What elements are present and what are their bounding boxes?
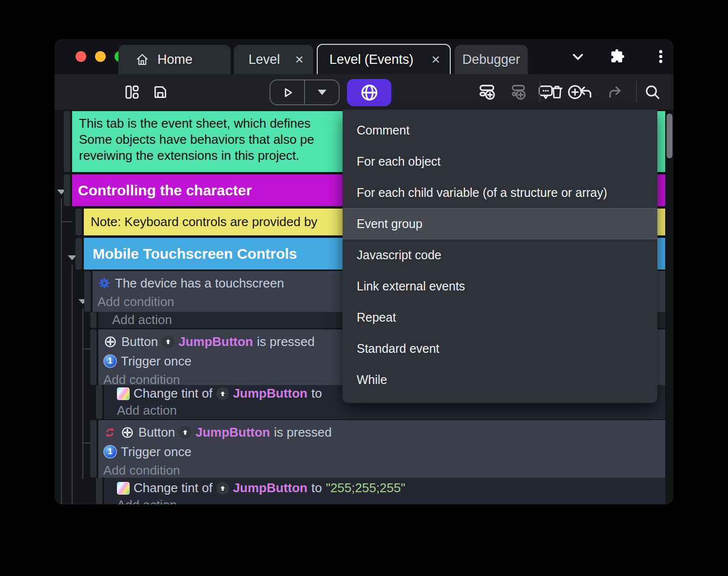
preview-globe-icon xyxy=(359,82,380,103)
save-icon xyxy=(152,84,169,100)
tree-guide-tick xyxy=(82,442,90,443)
vertical-scrollbar-thumb[interactable] xyxy=(667,114,672,158)
panels-icon xyxy=(124,84,140,100)
group-title: Controlling the character xyxy=(78,182,252,199)
menu-item-comment[interactable]: Comment xyxy=(343,115,657,146)
condition-text: is pressed xyxy=(274,425,332,440)
addons-button[interactable] xyxy=(603,39,631,74)
close-window-button[interactable] xyxy=(76,51,86,62)
panels-button[interactable] xyxy=(118,74,146,110)
instance-arrow-icon xyxy=(162,335,174,348)
trigger-once-icon: 1 xyxy=(103,354,117,368)
delete-button[interactable] xyxy=(543,74,571,110)
tab-debugger[interactable]: Debugger xyxy=(455,45,528,74)
add-subevent-icon xyxy=(509,83,527,101)
toolbar xyxy=(55,74,673,110)
preview-options-button[interactable] xyxy=(305,80,339,104)
menu-item-event-group[interactable]: Event group xyxy=(343,208,657,239)
event-margin-bar xyxy=(90,329,96,385)
preview-button-group xyxy=(269,79,340,105)
condition-row[interactable]: 1 Trigger once xyxy=(103,442,665,461)
add-event-button[interactable] xyxy=(474,74,501,110)
menu-item-link-external-events[interactable]: Link external events xyxy=(343,270,657,302)
delete-icon xyxy=(549,84,565,100)
event-block-jumpbutton-not-pressed[interactable]: Button JumpButton is pressed 1 Trigger o… xyxy=(98,420,665,478)
close-tab-icon[interactable]: × xyxy=(295,52,304,67)
tree-guide-line xyxy=(82,308,83,479)
tab-list-dropdown-button[interactable] xyxy=(564,39,592,74)
tint-value: "255;255;255" xyxy=(326,480,405,496)
group-title: Mobile Touchscreen Controls xyxy=(93,246,297,262)
divider xyxy=(539,81,540,102)
add-condition-link[interactable]: Add condition xyxy=(103,461,665,478)
preview-play-button[interactable] xyxy=(270,80,304,104)
action-row-change-tint[interactable]: Change tint of JumpButton to "255;255;25… xyxy=(117,480,665,497)
tab-label: Level xyxy=(249,52,280,67)
action-text: to xyxy=(311,480,322,496)
action-text: to xyxy=(311,386,322,401)
app-window: Home Level × Level (Events) × Debugger xyxy=(55,39,673,504)
trigger-once-icon: 1 xyxy=(103,445,117,459)
condition-text: Trigger once xyxy=(121,354,192,369)
add-event-context-menu: Comment For each object For each child v… xyxy=(343,110,657,403)
button-dpad-icon xyxy=(103,335,117,349)
instance-arrow-icon xyxy=(216,482,229,495)
action-text: Change tint of xyxy=(134,386,212,401)
play-dropdown-caret xyxy=(318,90,326,95)
redo-button[interactable] xyxy=(601,74,629,110)
instance-name: JumpButton xyxy=(233,480,307,496)
instance-name: JumpButton xyxy=(195,425,270,440)
tint-icon xyxy=(117,482,130,495)
instance-name: JumpButton xyxy=(233,386,307,401)
condition-row[interactable]: Button JumpButton is pressed xyxy=(103,422,665,442)
tab-label: Debugger xyxy=(462,52,520,67)
divider xyxy=(636,81,637,102)
object-name: Button xyxy=(138,425,175,440)
note-text: Note: Keyboard controls are provided by xyxy=(91,214,317,230)
instance-arrow-icon xyxy=(179,426,192,439)
save-button[interactable] xyxy=(147,74,174,110)
minimize-window-button[interactable] xyxy=(95,51,106,62)
tab-home[interactable]: Home xyxy=(118,45,230,74)
condition-text: is pressed xyxy=(257,334,315,349)
remote-preview-button[interactable] xyxy=(347,79,391,106)
condition-text: Trigger once xyxy=(121,444,192,460)
home-icon xyxy=(135,52,150,67)
tree-guide-line xyxy=(72,265,73,504)
kebab-menu-icon xyxy=(652,48,669,65)
puzzle-addons-icon xyxy=(608,48,626,65)
menu-item-repeat[interactable]: Repeat xyxy=(343,302,657,333)
add-action-link[interactable]: Add action xyxy=(117,497,665,504)
event-margin-bar xyxy=(90,420,96,478)
tab-level[interactable]: Level × xyxy=(234,45,313,74)
tab-label: Level (Events) xyxy=(329,52,414,67)
tree-guide-line xyxy=(61,198,62,504)
undo-button[interactable] xyxy=(572,74,599,110)
condition-text: The device has a touchscreen xyxy=(115,276,284,291)
object-name: Button xyxy=(121,334,158,349)
search-button[interactable] xyxy=(639,74,666,110)
add-subevent-button[interactable] xyxy=(504,74,532,110)
add-event-icon xyxy=(478,83,497,101)
event-margin-bar xyxy=(96,385,102,419)
menu-item-javascript-code[interactable]: Javascript code xyxy=(343,239,657,270)
add-action-link[interactable]: Add action xyxy=(117,402,665,419)
event-margin-bar xyxy=(76,238,82,269)
tab-label: Home xyxy=(157,52,192,67)
event-margin-bar xyxy=(96,478,102,504)
menu-item-standard-event[interactable]: Standard event xyxy=(343,333,657,364)
tab-level-events[interactable]: Level (Events) × xyxy=(317,44,451,74)
tree-guide-tick xyxy=(82,348,90,349)
button-dpad-icon xyxy=(120,425,134,440)
menu-item-for-each-object[interactable]: For each object xyxy=(343,146,657,177)
event-margin-bar xyxy=(84,271,91,312)
chevron-down-icon xyxy=(570,48,586,65)
main-menu-button[interactable] xyxy=(647,39,673,74)
tab-bar: Home Level × Level (Events) × Debugger xyxy=(55,39,673,74)
instance-name: JumpButton xyxy=(178,334,253,349)
event-margin-bar xyxy=(76,209,82,235)
menu-item-while[interactable]: While xyxy=(343,364,657,395)
menu-item-for-each-child-variable[interactable]: For each child variable (of a structure … xyxy=(343,177,657,208)
close-tab-icon[interactable]: × xyxy=(431,52,440,67)
event-margin-bar xyxy=(64,111,70,172)
